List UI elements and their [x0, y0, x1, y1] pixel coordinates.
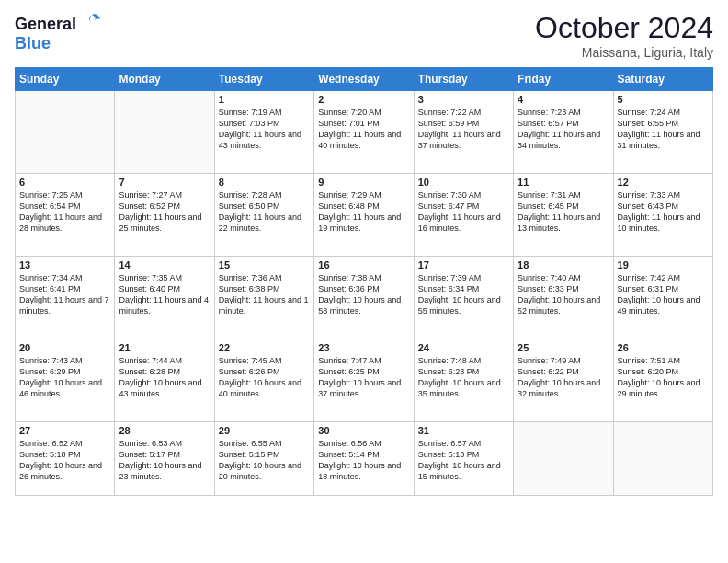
day-number: 21 [119, 342, 210, 353]
week-row-3: 13Sunrise: 7:34 AM Sunset: 6:41 PM Dayli… [16, 257, 713, 339]
day-cell: 9Sunrise: 7:29 AM Sunset: 6:48 PM Daylig… [314, 174, 414, 257]
day-info: Sunrise: 7:42 AM Sunset: 6:31 PM Dayligh… [618, 272, 709, 317]
header-cell-tuesday: Tuesday [214, 68, 313, 91]
day-cell: 12Sunrise: 7:33 AM Sunset: 6:43 PM Dayli… [613, 174, 712, 257]
day-number: 9 [318, 177, 409, 188]
day-number: 26 [618, 342, 709, 353]
day-cell: 22Sunrise: 7:45 AM Sunset: 6:26 PM Dayli… [214, 339, 313, 422]
day-cell: 20Sunrise: 7:43 AM Sunset: 6:29 PM Dayli… [16, 339, 115, 422]
day-info: Sunrise: 7:24 AM Sunset: 6:55 PM Dayligh… [618, 107, 709, 152]
day-number: 18 [518, 259, 609, 270]
day-info: Sunrise: 6:57 AM Sunset: 5:13 PM Dayligh… [418, 438, 509, 483]
day-cell: 1Sunrise: 7:19 AM Sunset: 7:03 PM Daylig… [214, 91, 313, 174]
day-cell: 26Sunrise: 7:51 AM Sunset: 6:20 PM Dayli… [613, 339, 712, 422]
day-cell: 11Sunrise: 7:31 AM Sunset: 6:45 PM Dayli… [514, 174, 613, 257]
week-row-5: 27Sunrise: 6:52 AM Sunset: 5:18 PM Dayli… [16, 422, 713, 496]
day-cell: 6Sunrise: 7:25 AM Sunset: 6:54 PM Daylig… [16, 174, 115, 257]
day-cell: 31Sunrise: 6:57 AM Sunset: 5:13 PM Dayli… [414, 422, 513, 496]
week-row-1: 1Sunrise: 7:19 AM Sunset: 7:03 PM Daylig… [16, 91, 713, 174]
logo-line2: Blue [15, 34, 101, 53]
day-cell: 13Sunrise: 7:34 AM Sunset: 6:41 PM Dayli… [16, 257, 115, 339]
day-number: 31 [418, 425, 509, 436]
day-number: 3 [418, 94, 509, 105]
day-info: Sunrise: 7:31 AM Sunset: 6:45 PM Dayligh… [518, 190, 609, 235]
day-cell: 8Sunrise: 7:28 AM Sunset: 6:50 PM Daylig… [214, 174, 313, 257]
day-number: 25 [518, 342, 609, 353]
day-cell: 3Sunrise: 7:22 AM Sunset: 6:59 PM Daylig… [414, 91, 513, 174]
day-cell: 15Sunrise: 7:36 AM Sunset: 6:38 PM Dayli… [214, 257, 313, 339]
day-info: Sunrise: 7:29 AM Sunset: 6:48 PM Dayligh… [318, 190, 409, 235]
day-info: Sunrise: 6:52 AM Sunset: 5:18 PM Dayligh… [19, 438, 110, 483]
day-cell: 7Sunrise: 7:27 AM Sunset: 6:52 PM Daylig… [115, 174, 214, 257]
day-number: 8 [219, 177, 310, 188]
header-cell-thursday: Thursday [414, 68, 513, 91]
calendar-header-row: SundayMondayTuesdayWednesdayThursdayFrid… [16, 68, 713, 91]
calendar-table: SundayMondayTuesdayWednesdayThursdayFrid… [15, 67, 713, 496]
header-cell-monday: Monday [115, 68, 214, 91]
day-number: 24 [418, 342, 509, 353]
day-cell: 24Sunrise: 7:48 AM Sunset: 6:23 PM Dayli… [414, 339, 513, 422]
day-number: 29 [219, 425, 310, 436]
day-number: 7 [119, 177, 210, 188]
day-cell [115, 91, 214, 174]
day-cell: 19Sunrise: 7:42 AM Sunset: 6:31 PM Dayli… [613, 257, 712, 339]
header-cell-saturday: Saturday [613, 68, 712, 91]
day-info: Sunrise: 7:19 AM Sunset: 7:03 PM Dayligh… [219, 107, 310, 152]
day-number: 6 [19, 177, 110, 188]
day-cell [514, 422, 613, 496]
week-row-4: 20Sunrise: 7:43 AM Sunset: 6:29 PM Dayli… [16, 339, 713, 422]
day-number: 22 [219, 342, 310, 353]
day-info: Sunrise: 7:38 AM Sunset: 6:36 PM Dayligh… [318, 272, 409, 317]
day-number: 1 [219, 94, 310, 105]
day-info: Sunrise: 7:44 AM Sunset: 6:28 PM Dayligh… [119, 355, 210, 400]
day-info: Sunrise: 7:47 AM Sunset: 6:25 PM Dayligh… [318, 355, 409, 400]
day-number: 13 [19, 259, 110, 270]
week-row-2: 6Sunrise: 7:25 AM Sunset: 6:54 PM Daylig… [16, 174, 713, 257]
day-cell: 28Sunrise: 6:53 AM Sunset: 5:17 PM Dayli… [115, 422, 214, 496]
day-info: Sunrise: 7:33 AM Sunset: 6:43 PM Dayligh… [618, 190, 709, 235]
day-info: Sunrise: 7:20 AM Sunset: 7:01 PM Dayligh… [318, 107, 409, 152]
day-info: Sunrise: 7:51 AM Sunset: 6:20 PM Dayligh… [618, 355, 709, 400]
day-cell: 14Sunrise: 7:35 AM Sunset: 6:40 PM Dayli… [115, 257, 214, 339]
day-info: Sunrise: 7:49 AM Sunset: 6:22 PM Dayligh… [518, 355, 609, 400]
header-cell-sunday: Sunday [16, 68, 115, 91]
day-info: Sunrise: 6:53 AM Sunset: 5:17 PM Dayligh… [119, 438, 210, 483]
day-info: Sunrise: 7:35 AM Sunset: 6:40 PM Dayligh… [119, 272, 210, 317]
day-cell: 21Sunrise: 7:44 AM Sunset: 6:28 PM Dayli… [115, 339, 214, 422]
day-cell [16, 91, 115, 174]
day-cell [613, 422, 712, 496]
day-info: Sunrise: 6:56 AM Sunset: 5:14 PM Dayligh… [318, 438, 409, 483]
day-cell: 23Sunrise: 7:47 AM Sunset: 6:25 PM Dayli… [314, 339, 414, 422]
day-cell: 17Sunrise: 7:39 AM Sunset: 6:34 PM Dayli… [414, 257, 513, 339]
day-number: 27 [19, 425, 110, 436]
day-info: Sunrise: 7:48 AM Sunset: 6:23 PM Dayligh… [418, 355, 509, 400]
header-cell-friday: Friday [514, 68, 613, 91]
day-info: Sunrise: 7:43 AM Sunset: 6:29 PM Dayligh… [19, 355, 110, 400]
day-cell: 5Sunrise: 7:24 AM Sunset: 6:55 PM Daylig… [613, 91, 712, 174]
day-number: 16 [318, 259, 409, 270]
day-cell: 30Sunrise: 6:56 AM Sunset: 5:14 PM Dayli… [314, 422, 414, 496]
logo: General Blue [15, 11, 101, 53]
day-info: Sunrise: 7:25 AM Sunset: 6:54 PM Dayligh… [19, 190, 110, 235]
day-info: Sunrise: 7:34 AM Sunset: 6:41 PM Dayligh… [19, 272, 110, 317]
day-number: 12 [618, 177, 709, 188]
day-info: Sunrise: 7:40 AM Sunset: 6:33 PM Dayligh… [518, 272, 609, 317]
month-title: October 2024 [535, 11, 713, 45]
day-number: 28 [119, 425, 210, 436]
day-cell: 27Sunrise: 6:52 AM Sunset: 5:18 PM Dayli… [16, 422, 115, 496]
day-info: Sunrise: 7:36 AM Sunset: 6:38 PM Dayligh… [219, 272, 310, 317]
day-number: 20 [19, 342, 110, 353]
day-cell: 2Sunrise: 7:20 AM Sunset: 7:01 PM Daylig… [314, 91, 414, 174]
day-number: 17 [418, 259, 509, 270]
day-number: 4 [518, 94, 609, 105]
calendar-body: 1Sunrise: 7:19 AM Sunset: 7:03 PM Daylig… [16, 91, 713, 496]
logo-line1: General [15, 11, 101, 34]
day-number: 11 [518, 177, 609, 188]
day-info: Sunrise: 6:55 AM Sunset: 5:15 PM Dayligh… [219, 438, 310, 483]
day-cell: 25Sunrise: 7:49 AM Sunset: 6:22 PM Dayli… [514, 339, 613, 422]
day-number: 2 [318, 94, 409, 105]
day-info: Sunrise: 7:39 AM Sunset: 6:34 PM Dayligh… [418, 272, 509, 317]
day-info: Sunrise: 7:22 AM Sunset: 6:59 PM Dayligh… [418, 107, 509, 152]
day-info: Sunrise: 7:27 AM Sunset: 6:52 PM Dayligh… [119, 190, 210, 235]
day-number: 14 [119, 259, 210, 270]
